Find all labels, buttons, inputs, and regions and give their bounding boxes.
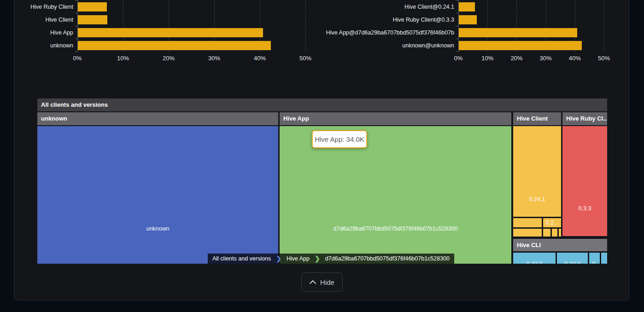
treemap-cell-label: unknown — [37, 225, 278, 232]
axis-tick — [75, 0, 77, 0]
treemap-cell-label: d7d6a29ba6707bbd5075df376f46b07b1c528300 — [280, 225, 511, 232]
x-gridline — [604, 0, 604, 52]
chevron-right-icon: ❯ — [275, 254, 282, 264]
category-label: Hive Ruby Client@0.3.3 — [302, 17, 454, 23]
bar-Hive App[interactable] — [78, 28, 263, 37]
category-label: Hive App@d7d6a29ba6707bbd5075df376f46b07… — [302, 29, 454, 36]
treemap-root-header[interactable]: All clients and versions — [37, 98, 607, 111]
treemap-cell-hive-client-sub[interactable] — [559, 229, 561, 237]
treemap: All clients and versions unknown unknown… — [37, 98, 607, 264]
category-label: Hive Client — [4, 17, 73, 23]
x-tick-label: 0% — [445, 55, 472, 62]
treemap-cell-hive-ruby-033[interactable]: 0.3.3 — [562, 126, 607, 236]
treemap-cell-hive-client-sub[interactable] — [513, 229, 542, 237]
breadcrumb-item-hive-app[interactable]: Hive App — [282, 254, 314, 264]
axis-tick — [456, 13, 458, 13]
x-tick-label: 10% — [474, 55, 501, 62]
treemap-tooltip: Hive App: 34.0K — [312, 130, 367, 148]
category-label: Hive Client@0.24.1 — [302, 4, 454, 10]
axis-tick — [456, 0, 458, 0]
hide-button-label: Hide — [320, 278, 334, 286]
hide-button[interactable]: Hide — [301, 272, 343, 292]
x-tick-label: 20% — [503, 55, 530, 62]
axis-tick — [75, 39, 77, 39]
bar-Hive Ruby Client[interactable] — [78, 2, 107, 12]
axis-tick — [75, 52, 77, 52]
breadcrumb: All clients and versions ❯ Hive App ❯ d7… — [208, 254, 454, 264]
treemap-cell-label: 0.23.0 — [557, 261, 588, 264]
bar-Hive Client@0.24.1[interactable] — [459, 2, 475, 12]
breadcrumb-item-root[interactable]: All clients and versions — [208, 254, 275, 264]
axis-tick — [75, 26, 77, 26]
x-tick-label: 40% — [246, 55, 274, 62]
treemap-cell-label: 0.23.0 — [513, 261, 556, 264]
tooltip-text: Hive App: 34.0K — [315, 135, 364, 143]
treemap-cell-hive-cli[interactable]: 0. — [589, 253, 600, 264]
treemap-cell-hive-cli[interactable]: 0.23.0 — [513, 253, 556, 264]
x-tick-label: 50% — [590, 55, 618, 62]
category-label: Hive App — [4, 29, 73, 36]
treemap-section-header-hive-app[interactable]: Hive App — [280, 112, 511, 125]
treemap-section-header-hive-cli[interactable]: Hive CLI — [513, 239, 607, 251]
treemap-section-header-hive-ruby-client[interactable]: Hive Ruby Cl... — [562, 112, 607, 125]
treemap-cell-hive-cli[interactable]: 0.23.0 — [557, 253, 588, 264]
axis-tick — [456, 26, 458, 26]
treemap-section-header-hive-client[interactable]: Hive Client — [513, 112, 561, 125]
x-tick-label: 0% — [64, 55, 91, 62]
x-tick-label: 40% — [561, 55, 589, 62]
axis-tick — [75, 13, 77, 13]
chevron-up-icon — [310, 280, 316, 284]
treemap-cell-hive-client-sub[interactable]: 0.2... — [543, 218, 561, 227]
x-tick-label: 30% — [200, 55, 228, 62]
treemap-cell-label: 0.24.1 — [513, 196, 561, 202]
x-tick-label: 10% — [109, 55, 137, 62]
category-label: unknown — [4, 42, 73, 49]
treemap-cell-unknown[interactable]: unknown — [37, 126, 278, 264]
treemap-cell-label: 0. — [589, 261, 600, 264]
bar-Hive Client[interactable] — [78, 15, 107, 24]
x-tick-label: 20% — [155, 55, 182, 62]
axis-tick — [456, 52, 458, 52]
treemap-cell-hive-client-sub[interactable] — [543, 229, 550, 237]
treemap-cell-hive-client-sub[interactable] — [513, 218, 542, 227]
x-tick-label: 50% — [292, 55, 319, 62]
treemap-cell-label: 0.2... — [543, 220, 561, 226]
bar-Hive Ruby Client@0.3.3[interactable] — [459, 15, 477, 24]
chevron-right-icon: ❯ — [314, 254, 321, 264]
bar-charts: 0%10%20%30%40%50%Hive Ruby ClientHive Cl… — [0, 0, 644, 64]
treemap-cell-label: 0.3.3 — [562, 205, 607, 212]
breadcrumb-item-version[interactable]: d7d6a29ba6707bbd5075df376f46b07b1c528300 — [321, 254, 454, 264]
treemap-section-header-unknown[interactable]: unknown — [37, 112, 278, 125]
treemap-cell-hive-cli[interactable] — [601, 253, 607, 264]
x-tick-label: 30% — [532, 55, 560, 62]
bar-Hive App@d7d6a29ba6707bbd5075df376f46b07b[interactable] — [459, 28, 577, 37]
treemap-cell-hive-client-sub[interactable] — [552, 229, 557, 237]
bar-unknown@unknown[interactable] — [459, 41, 582, 50]
category-label: Hive Ruby Client — [4, 4, 73, 10]
bar-unknown[interactable] — [78, 41, 271, 50]
category-label: unknown@unknown — [302, 42, 454, 49]
treemap-cell-hive-client-0241[interactable]: 0.24.1 — [513, 126, 561, 217]
axis-tick — [456, 39, 458, 39]
